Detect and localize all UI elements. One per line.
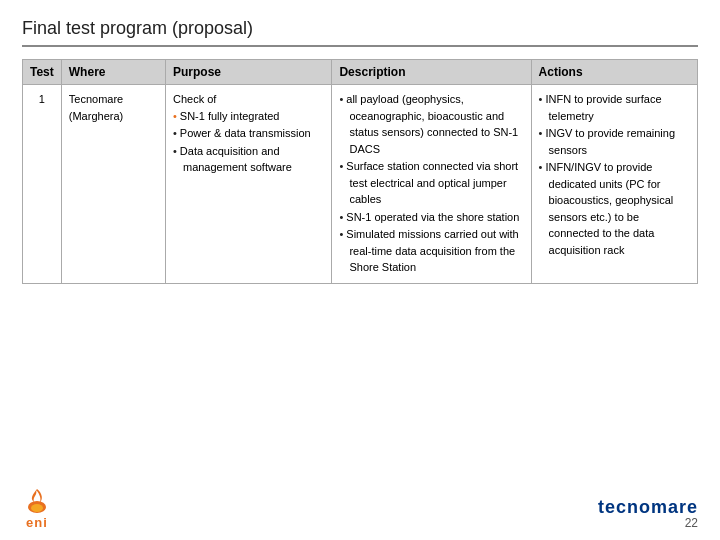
cell-purpose: Check ofSN-1 fully integratedPower & dat…	[165, 85, 331, 284]
header-description: Description	[332, 60, 531, 85]
purpose-item-power: Power & data transmission	[173, 125, 324, 142]
title-section: Final test program (proposal)	[22, 18, 698, 47]
page: Final test program (proposal) Test Where…	[0, 0, 720, 540]
cell-where: Tecnomare (Marghera)	[61, 85, 165, 284]
table-header: Test Where Purpose Description Actions	[23, 60, 698, 85]
cell-actions: INFN to provide surface telemetryINGV to…	[531, 85, 697, 284]
description-item-2: SN-1 operated via the shore station	[339, 209, 523, 226]
svg-point-1	[31, 504, 43, 512]
footer-logos: eni	[22, 485, 52, 530]
header-test: Test	[23, 60, 62, 85]
table-row: 1Tecnomare (Marghera)Check ofSN-1 fully …	[23, 85, 698, 284]
page-number: 22	[685, 516, 698, 530]
tecnomare-label: tecnomare	[598, 497, 698, 518]
footer-right: tecnomare	[598, 497, 698, 518]
header-purpose: Purpose	[165, 60, 331, 85]
eni-logo: eni	[22, 485, 52, 530]
purpose-check-label: Check of	[173, 93, 216, 105]
purpose-item-sn1: SN-1 fully integrated	[173, 108, 324, 125]
table-body: 1Tecnomare (Marghera)Check ofSN-1 fully …	[23, 85, 698, 284]
eni-flame-icon	[22, 485, 52, 515]
description-item-1: Surface station connected via short test…	[339, 158, 523, 208]
page-title: Final test program (proposal)	[22, 18, 698, 39]
header-actions: Actions	[531, 60, 697, 85]
header-where: Where	[61, 60, 165, 85]
footer: eni tecnomare	[0, 485, 720, 530]
main-table: Test Where Purpose Description Actions 1…	[22, 59, 698, 284]
eni-label: eni	[26, 515, 48, 530]
purpose-item-data-acquisition: Data acquisition and management software	[173, 143, 324, 176]
cell-description: all payload (geophysics, oceanographic, …	[332, 85, 531, 284]
action-item-0: INFN to provide surface telemetry	[539, 91, 690, 124]
description-item-0: all payload (geophysics, oceanographic, …	[339, 91, 523, 157]
description-item-3: Simulated missions carried out with real…	[339, 226, 523, 276]
cell-test: 1	[23, 85, 62, 284]
action-item-1: INGV to provide remaining sensors	[539, 125, 690, 158]
action-item-2: INFN/INGV to provide dedicated units (PC…	[539, 159, 690, 258]
